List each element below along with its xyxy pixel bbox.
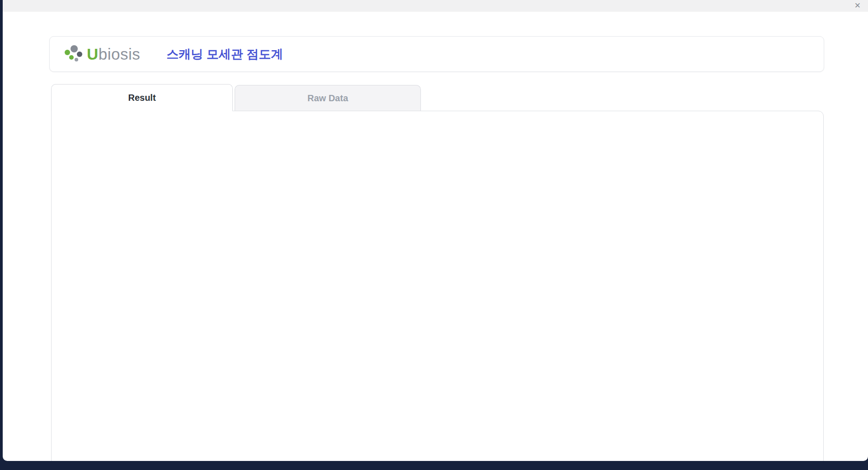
brand-logo: Ubiosis [63,42,140,66]
brand-text: Ubiosis [87,45,140,63]
close-icon[interactable]: ✕ [854,2,861,10]
ubiosis-logo-icon [63,42,84,66]
tab-result[interactable]: Result [51,84,233,111]
result-tab-panel [51,111,824,461]
tab-raw-data[interactable]: Raw Data [235,85,421,111]
app-window: ✕ Ubiosis 스캐닝 모세관 점도계 Result Raw Data i … [3,0,868,461]
header-card: Ubiosis 스캐닝 모세관 점도계 [49,36,824,72]
window-topbar [3,0,868,12]
page-title: 스캐닝 모세관 점도계 [166,46,283,62]
